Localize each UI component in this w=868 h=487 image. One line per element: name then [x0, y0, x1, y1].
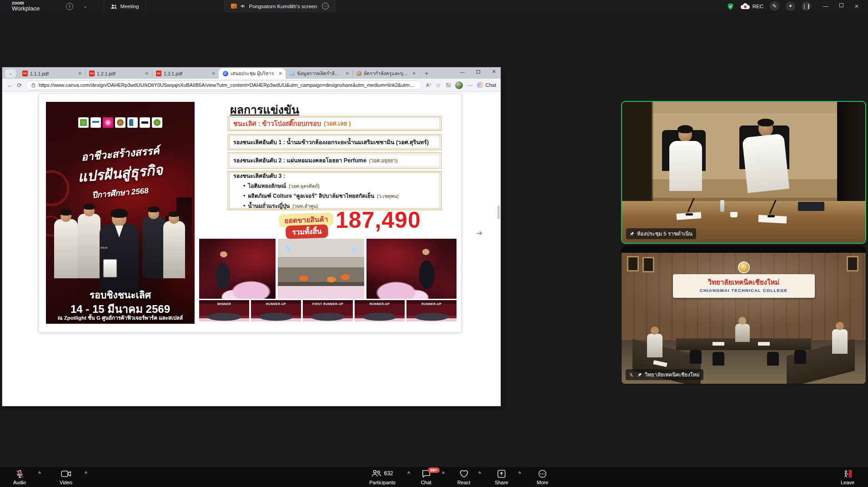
water-bottle — [720, 200, 724, 212]
chat-options-chevron[interactable]: ^ — [442, 471, 445, 476]
sponsor-logo — [127, 117, 138, 128]
participants-options-chevron[interactable]: ^ — [407, 471, 410, 476]
browser-minimize-button[interactable]: — — [460, 69, 465, 75]
video-button[interactable]: Video — [53, 467, 79, 487]
browser-tab-pdf-1[interactable]: 1.1.1.pdf ✕ — [18, 68, 85, 79]
video-options-chevron[interactable]: ^ — [85, 471, 87, 476]
tab-close-icon[interactable]: ✕ — [76, 71, 82, 76]
browser-maximize-button[interactable] — [477, 70, 480, 74]
participants-button[interactable]: 632 Participants — [361, 467, 403, 487]
photo-thumb: FIRST RUNNER-UP — [303, 300, 353, 321]
tab-shared-screen-label: Pongsatorn Kumdith's screen — [249, 4, 317, 9]
chevron-down-icon[interactable]: ⌄ — [83, 4, 87, 9]
chair — [767, 352, 779, 366]
tab-close-icon[interactable]: ✕ — [411, 71, 416, 76]
browser-tab-pdf-2[interactable]: 1.2.1.pdf ✕ — [85, 68, 152, 79]
share-options-chevron[interactable]: ^ — [518, 471, 521, 476]
chat-unread-badge: 99+ — [428, 467, 439, 473]
ai-companion-icon[interactable]: ✦ — [786, 1, 795, 11]
tab-close-icon[interactable]: ✕ — [277, 71, 282, 76]
zoom-workplace-logo: zoom Workplace — [12, 1, 40, 11]
video-tile-chiangmai-college[interactable]: วิทยาลัยเทคนิคเชียงใหม่ CHIANGMAI TECHNI… — [621, 246, 866, 384]
tab-search-icon[interactable]: ⌄ — [5, 69, 16, 78]
browser-tab-doc-1[interactable]: ข้อมูลการผลิตกำลังคนอาชีวศึกษา ✕ — [286, 68, 352, 79]
sales-badges: ยอดขายสินค้า รวมทั้งสิ้น — [279, 212, 334, 239]
participants-icon — [371, 469, 381, 477]
maximize-button[interactable] — [839, 3, 843, 7]
favorite-star-icon[interactable]: ☆ — [436, 82, 441, 89]
share-button[interactable]: Share — [486, 467, 517, 487]
photo-thumbnail-strip: WINNER RUNNER-UP FIRST RUNNER-UP RUNNER-… — [199, 300, 457, 321]
audio-button[interactable]: Audio — [6, 467, 33, 487]
pdf-icon — [22, 70, 28, 76]
side-panel-icon[interactable]: ❘❙ — [802, 1, 811, 11]
browser-close-button[interactable]: ✕ — [492, 69, 496, 75]
tab-meeting[interactable]: Meeting — [104, 0, 146, 12]
browser-tab-canva-active[interactable]: เสนอประชุม ผู้บริหาร ✕ — [219, 68, 286, 79]
copilot-chat-button[interactable]: Chat — [477, 82, 496, 88]
canva-icon — [223, 71, 228, 76]
item-org: (วอศ.อุตรดิตถ์) — [289, 182, 320, 190]
mic-muted-icon — [15, 469, 25, 479]
scrollbar-thumb[interactable] — [497, 206, 500, 219]
read-aloud-icon[interactable]: Aᐠ — [426, 82, 431, 88]
recording-indicator[interactable]: REC — [741, 3, 763, 9]
close-button[interactable]: ✕ — [854, 3, 859, 10]
tab-close-icon[interactable]: ✕ — [344, 71, 349, 76]
runner3-heading: รองชนะเลิศอันดับ 3 : — [233, 171, 285, 181]
browser-tab-pdf-3[interactable]: 1.3.1.pdf ✕ — [152, 68, 219, 79]
thumb-caption: RUNNER-UP — [355, 302, 405, 306]
audio-options-chevron[interactable]: ^ — [38, 471, 41, 476]
attendee — [647, 334, 662, 357]
tab-close-icon[interactable]: ✕ — [210, 71, 216, 76]
participants-count: 632 — [384, 470, 393, 477]
refresh-icon[interactable]: ⟳ — [17, 82, 22, 89]
canva-presentation-page: อาชีวะสร้างสรรค์ แปรฝันสู่ธุรกิจ ปีการศึ… — [2, 92, 501, 405]
title-bar-actions: REC ✎ ✦ ❘❙ — ✕ — [727, 1, 868, 11]
thumb-caption: RUNNER-UP — [251, 302, 301, 306]
tab-close-icon[interactable]: ✕ — [143, 71, 149, 76]
browser-menu-icon[interactable]: ⋯ — [467, 82, 473, 89]
name-placard — [798, 202, 824, 211]
pin-icon — [629, 231, 635, 237]
tab-label: 1.1.1.pdf — [30, 71, 74, 76]
tab-shared-screen[interactable]: Pongsatorn Kumdith's screen ⋯ — [224, 0, 336, 12]
item-org: (ว.เชตุพน) — [377, 192, 398, 200]
thumb-caption: RUNNER-UP — [406, 302, 457, 306]
react-button[interactable]: React — [448, 467, 480, 487]
chat-button[interactable]: Chat 99+ — [410, 467, 442, 487]
minimize-button[interactable]: — — [823, 3, 828, 10]
person-left — [666, 127, 705, 191]
tab-label: 1.2.1.pdf — [97, 71, 141, 76]
new-tab-button[interactable]: + — [422, 69, 431, 78]
microphone-base — [768, 215, 775, 217]
video-tile-meeting-room-5[interactable]: ห้องประชุม 5 ราชดำเนิน — [621, 101, 866, 244]
browser-tab-doc-2[interactable]: อัตรากำลังครูและบุคลากร ✕ — [352, 68, 419, 79]
camera-icon — [61, 469, 71, 478]
coffee-cup — [730, 212, 738, 217]
tab-options-icon[interactable]: ⋯ — [322, 3, 329, 10]
security-shield-icon[interactable] — [727, 2, 734, 10]
profile-avatar[interactable] — [455, 81, 463, 89]
url-text: https://www.canva.com/design/DAHERp3wdUU… — [39, 82, 416, 88]
back-icon[interactable]: ← — [7, 82, 13, 89]
runner2-box: รองชนะเลิศอันดับ 2 : แผ่นหอมมงคลอโยธยา P… — [228, 152, 442, 169]
leave-button[interactable]: Leave — [833, 467, 862, 487]
info-icon[interactable]: i — [66, 3, 73, 10]
cloud-recording-icon — [741, 3, 750, 9]
next-slide-arrow-icon[interactable]: ➔ — [476, 228, 482, 238]
poster-people-collage — [46, 206, 195, 296]
copilot-label: Chat — [486, 82, 496, 88]
photo-speaker-podium — [366, 239, 457, 299]
address-bar[interactable]: https://www.canva.com/design/DAHERp3wdUU… — [26, 80, 422, 90]
favorites-list-icon[interactable] — [445, 82, 451, 88]
lock-icon — [31, 82, 35, 88]
papers — [712, 342, 724, 346]
college-sign: วิทยาลัยเทคนิคเชียงใหม่ CHIANGMAI TECHNI… — [673, 274, 815, 298]
runner2-org: (วอศ.อยุธยา) — [369, 156, 398, 165]
annotate-pencil-icon[interactable]: ✎ — [770, 1, 779, 11]
more-button[interactable]: More — [527, 467, 558, 487]
attendee — [832, 329, 848, 354]
react-options-chevron[interactable]: ^ — [478, 471, 481, 476]
sponsor-logo-strip — [46, 117, 195, 128]
